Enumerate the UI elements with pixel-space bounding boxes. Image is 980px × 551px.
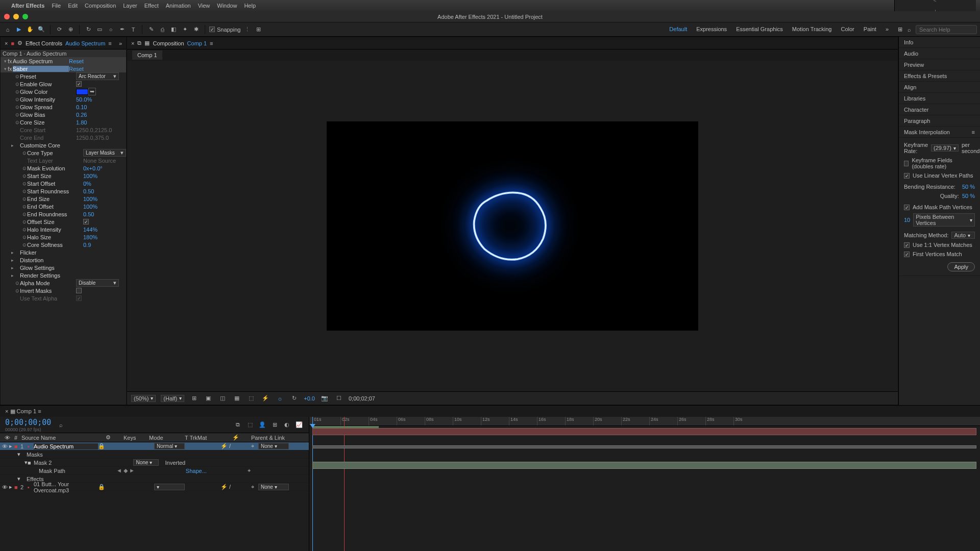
current-time-indicator[interactable] <box>344 417 345 551</box>
timeline-tab[interactable]: Comp 1 <box>17 408 37 414</box>
effect-property[interactable]: ▸Glow Settings <box>1 264 126 271</box>
roto-tool-icon[interactable]: ✦ <box>180 25 189 34</box>
mask-interpolation-tab[interactable]: Mask Interpolation≡ <box>899 127 980 138</box>
col-source[interactable]: Source Name <box>21 435 93 441</box>
effect-property[interactable]: ▸Distortion <box>1 256 126 264</box>
use11-checkbox[interactable] <box>904 242 910 248</box>
effect-property[interactable]: ⊙End Roundness0.50 <box>1 210 126 218</box>
pen-tool-icon[interactable]: ✒ <box>117 25 127 34</box>
menu-view[interactable]: View <box>198 3 210 9</box>
type-tool-icon[interactable]: T <box>129 25 138 34</box>
search-input[interactable] <box>916 25 977 34</box>
composition-name[interactable]: Comp 1 <box>187 40 207 46</box>
info-panel-tab[interactable]: Info <box>899 37 980 48</box>
zoom-dropdown[interactable]: (50%) ▾ <box>131 395 156 402</box>
effect-header[interactable]: ▾fxSaberReset <box>1 65 126 72</box>
effect-property[interactable]: Text LayerNone Source <box>1 157 126 164</box>
first-vertices-checkbox[interactable] <box>904 252 910 257</box>
effect-property[interactable]: ⊙PresetArc Reactor ▾ <box>1 72 126 80</box>
vertex-count[interactable]: 10 <box>904 217 910 223</box>
zoom-icon[interactable] <box>22 14 28 19</box>
effect-property[interactable]: Core End1250.0,375.0 <box>1 134 126 141</box>
puppet-tool-icon[interactable]: ✱ <box>191 25 201 34</box>
comp-mini-flowchart-icon[interactable]: ⧉ <box>233 420 242 430</box>
effect-property[interactable]: ⊙Core Size1.80 <box>1 118 126 126</box>
workspace-paint[interactable]: Paint <box>864 26 876 33</box>
effect-property[interactable]: ⊙Core TypeLayer Masks ▾ <box>1 149 126 157</box>
timeline-child-row[interactable]: ▾■Mask 2None ▾Inverted <box>0 459 309 467</box>
show-snapshot-icon[interactable]: ☐ <box>334 394 344 403</box>
quality-value[interactable]: 50 % <box>962 193 975 199</box>
graph-editor-icon[interactable]: 📈 <box>295 420 304 430</box>
pan-behind-tool-icon[interactable]: ⊕ <box>66 25 75 34</box>
menu-layer[interactable]: Layer <box>123 3 137 9</box>
moon-icon[interactable]: ☾ <box>933 0 938 3</box>
workspace-reset-icon[interactable]: ⊞ <box>898 26 902 33</box>
menu-composition[interactable]: Composition <box>85 3 116 9</box>
minimize-icon[interactable] <box>13 14 19 19</box>
bending-value[interactable]: 50 % <box>962 184 975 190</box>
ellipse-tool-icon[interactable]: ○ <box>106 25 115 34</box>
resolution-dropdown[interactable]: (Half) ▾ <box>161 395 184 402</box>
motion-blur-icon[interactable]: ◐ <box>282 420 291 430</box>
renderer-icon[interactable]: ☼ <box>275 394 284 403</box>
draft3d-icon[interactable]: ⚡ <box>261 394 270 403</box>
toggle-mask-icon[interactable]: ▣ <box>204 394 213 403</box>
align-panel-tab[interactable]: Align <box>899 82 980 93</box>
frame-blend-icon[interactable]: ⊞ <box>270 420 279 430</box>
panel-close-icon[interactable]: × <box>131 40 134 46</box>
panel-menu-icon[interactable]: ≡ <box>108 40 111 46</box>
matching-method-dropdown[interactable]: Auto ▾ <box>951 232 975 239</box>
effect-property[interactable]: ⊙Offset Size <box>1 218 126 226</box>
comp-tab[interactable]: Comp 1 <box>132 51 162 60</box>
panel-menu-icon[interactable]: ≡ <box>972 129 975 135</box>
eraser-tool-icon[interactable]: ◧ <box>169 25 178 34</box>
playhead[interactable] <box>312 417 313 551</box>
composition-viewer[interactable] <box>127 61 898 391</box>
transparency-grid-icon[interactable]: ▦ <box>232 394 241 403</box>
effect-property[interactable]: ▸Render Settings <box>1 271 126 279</box>
effect-property[interactable]: ⊙Glow Color ➥ <box>1 88 126 95</box>
libraries-panel-tab[interactable]: Libraries <box>899 93 980 104</box>
snapshot-icon[interactable]: 📷 <box>320 394 329 403</box>
clone-tool-icon[interactable]: ⎙ <box>158 25 167 34</box>
timeline-track-area[interactable]: 01s02s04s06s08s10s12s14s16s18s20s22s24s2… <box>309 417 980 551</box>
effect-property[interactable]: ⊙Mask Evolution0x+0.0° <box>1 164 126 172</box>
apply-button[interactable]: Apply <box>947 262 975 271</box>
comp-icon[interactable]: ▦ <box>10 408 15 415</box>
paragraph-panel-tab[interactable]: Paragraph <box>899 115 980 127</box>
snap-opt2-icon[interactable]: ⊞ <box>254 25 263 34</box>
effects-presets-panel-tab[interactable]: Effects & Presets <box>899 70 980 82</box>
flow-icon[interactable]: ⧉ <box>137 40 141 46</box>
keyframe-fields-checkbox[interactable] <box>904 161 909 166</box>
effect-header[interactable]: ▾fxAudio SpectrumReset <box>1 57 126 65</box>
workspace-essential-graphics[interactable]: Essential Graphics <box>736 26 783 33</box>
panel-title[interactable]: Effect Controls <box>26 40 62 46</box>
panel-layer[interactable]: Audio Spectrum <box>65 40 105 46</box>
effect-property[interactable]: ⊙Glow Intensity50.0% <box>1 95 126 103</box>
region-icon[interactable]: ◫ <box>218 394 227 403</box>
layer-icon[interactable]: ▦ <box>144 40 150 46</box>
snap-opt-icon[interactable]: ⋮ <box>243 25 252 34</box>
workspace-expressions[interactable]: Expressions <box>696 26 727 33</box>
effect-property[interactable]: ⊙Alpha ModeDisable ▾ <box>1 279 126 287</box>
effect-property[interactable]: ⊙Start Offset0% <box>1 180 126 187</box>
exposure-value[interactable]: +0.0 <box>304 395 315 402</box>
effect-property[interactable]: ⊙Enable Glow <box>1 80 126 88</box>
effect-property[interactable]: ▸Flicker <box>1 248 126 256</box>
draft3d-icon[interactable]: ⬚ <box>246 420 255 430</box>
panel-menu-icon[interactable]: ≡ <box>38 408 41 414</box>
zoom-tool-icon[interactable]: 🔍 <box>37 25 46 34</box>
home-icon[interactable]: ⌂ <box>3 25 12 34</box>
effect-property[interactable]: ⊙Invert Masks <box>1 287 126 294</box>
workspace-color[interactable]: Color <box>841 26 854 33</box>
menu-help[interactable]: Help <box>244 3 256 9</box>
panel-close-icon[interactable]: × <box>5 40 8 46</box>
effect-property[interactable]: ⊙Start Size100% <box>1 172 126 180</box>
effect-property[interactable]: Core Start1250.0,2125.0 <box>1 126 126 134</box>
vertex-mode-dropdown[interactable]: Pixels Between Vertices ▾ <box>913 213 975 227</box>
effect-property[interactable]: ⊙Halo Intensity144% <box>1 226 126 233</box>
character-panel-tab[interactable]: Character <box>899 104 980 115</box>
close-icon[interactable] <box>4 14 10 19</box>
fast-preview-icon[interactable]: ↻ <box>289 394 299 403</box>
